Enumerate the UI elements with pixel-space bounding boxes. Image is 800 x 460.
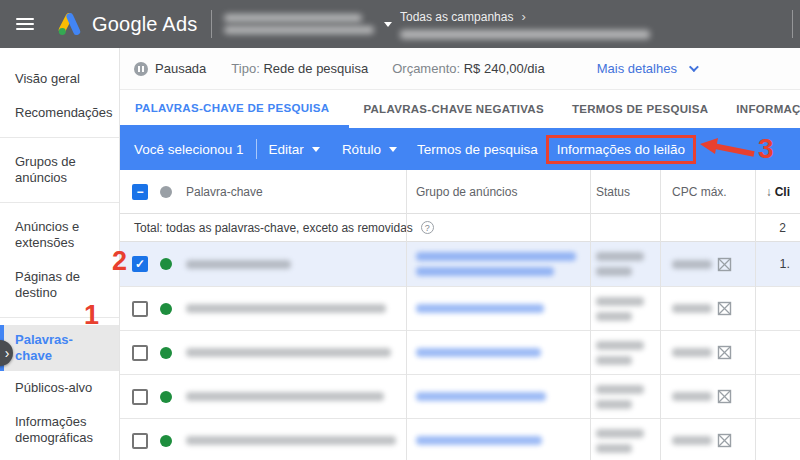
sidebar-item-landing-pages[interactable]: Páginas de destino: [0, 260, 119, 310]
chevron-down-icon: [389, 147, 397, 152]
row-clicks-value: 1.: [755, 257, 800, 271]
row-checkbox[interactable]: [132, 345, 148, 361]
tab-negative-keywords[interactable]: PALAVRAS-CHAVE NEGATIVAS: [349, 90, 558, 128]
menu-icon[interactable]: [16, 18, 34, 30]
topbar-divider: [211, 10, 212, 38]
campaign-status: Pausada: [155, 61, 206, 76]
edit-menu-button[interactable]: Editar: [269, 142, 320, 157]
column-header-ad-group[interactable]: Grupo de anúncios: [406, 185, 590, 199]
enabled-status-icon: [160, 435, 172, 447]
account-selector[interactable]: [224, 14, 392, 34]
cpc-status-icon: [717, 345, 732, 360]
redacted-ad-group-link[interactable]: [416, 304, 544, 313]
sidebar-divider: [0, 202, 119, 203]
sidebar-item-recommendations[interactable]: Recomendações: [0, 96, 119, 130]
chevron-right-icon: ›: [5, 345, 10, 361]
select-all-checkbox[interactable]: −: [132, 184, 148, 200]
redacted-cpc-value: [672, 304, 712, 313]
sidebar-divider: [0, 137, 119, 138]
table-header-row: − Palavra-chave Grupo de anúncios Status…: [120, 170, 800, 214]
actionbar-divider: [256, 139, 257, 159]
enabled-status-icon: [160, 258, 172, 270]
total-clicks-value: 2: [755, 221, 800, 235]
type-value: Rede de pesquisa: [263, 61, 368, 76]
redacted-ad-group-link[interactable]: [416, 348, 541, 357]
row-checkbox-checked[interactable]: ✓: [132, 256, 148, 272]
breadcrumb-all-campaigns[interactable]: Todas as campanhas: [400, 10, 513, 24]
chevron-down-icon: [689, 62, 699, 72]
table-row[interactable]: [120, 287, 800, 331]
selection-action-bar: Você selecionou 1 Editar Rótulo Termos d…: [120, 128, 800, 170]
keyword-tabs: PALAVRAS-CHAVE DE PESQUISA PALAVRAS-CHAV…: [120, 90, 800, 128]
redacted-ad-group-link[interactable]: [416, 252, 590, 276]
enabled-status-icon: [160, 303, 172, 315]
total-row-label: Total: todas as palavras-chave, exceto a…: [134, 221, 413, 235]
table-row[interactable]: [120, 419, 800, 460]
redacted-status: [596, 385, 660, 409]
sidebar-item-ad-groups[interactable]: Grupos de anúncios: [0, 145, 119, 195]
chevron-down-icon: [312, 147, 320, 152]
sidebar-item-ads-extensions[interactable]: Anúncios e extensões: [0, 210, 119, 260]
redacted-campaign-name: [400, 30, 650, 39]
column-header-status[interactable]: Status: [590, 185, 660, 199]
annotation-step-1: 1: [84, 300, 99, 331]
redacted-ad-group-link[interactable]: [416, 436, 542, 445]
redacted-keyword: [186, 260, 291, 269]
top-app-bar: Google Ads Todas as campanhas ›: [0, 0, 800, 48]
sidebar-item-overview[interactable]: Visão geral: [0, 62, 119, 96]
budget-value: R$ 240,00/dia: [464, 61, 545, 76]
cpc-status-icon: [717, 257, 732, 272]
row-checkbox[interactable]: [132, 433, 148, 449]
redacted-cpc-value: [672, 260, 712, 269]
sidebar-item-audiences[interactable]: Públicos-alvo: [0, 371, 119, 405]
annotation-arrow-icon: [700, 137, 756, 161]
chevron-right-icon: ›: [521, 9, 525, 24]
annotation-step-3: 3: [758, 133, 774, 165]
topbar-divider: [792, 10, 793, 38]
enabled-status-icon: [160, 391, 172, 403]
table-row[interactable]: [120, 375, 800, 419]
redacted-keyword: [186, 304, 386, 313]
column-header-clicks[interactable]: ↓Cli: [755, 185, 800, 199]
breadcrumb[interactable]: Todas as campanhas ›: [400, 9, 650, 39]
sidebar-item-keywords[interactable]: Palavras-chave: [0, 325, 119, 371]
redacted-status: [596, 341, 660, 365]
app-title: Google Ads: [92, 13, 197, 36]
auction-insights-button[interactable]: Informações do leilão: [546, 135, 696, 164]
redacted-status: [596, 252, 660, 276]
label-menu-button[interactable]: Rótulo: [342, 142, 397, 157]
redacted-account-name: [224, 14, 374, 34]
column-header-max-cpc[interactable]: CPC máx.: [660, 185, 755, 199]
status-dot-filter-icon[interactable]: [160, 186, 172, 198]
redacted-ad-group-link[interactable]: [416, 392, 546, 401]
help-icon[interactable]: ?: [421, 221, 434, 234]
table-row-selected[interactable]: ✓ 1.: [120, 242, 800, 287]
redacted-keyword: [186, 348, 391, 357]
cpc-status-icon: [717, 301, 732, 316]
google-ads-logo-icon: [56, 11, 83, 38]
row-checkbox[interactable]: [132, 389, 148, 405]
type-label: Tipo:: [231, 61, 259, 76]
table-total-row: Total: todas as palavras-chave, exceto a…: [120, 214, 800, 242]
annotation-step-2: 2: [112, 246, 127, 277]
row-checkbox[interactable]: [132, 301, 148, 317]
enabled-status-icon: [160, 347, 172, 359]
tab-search-terms[interactable]: TERMOS DE PESQUISA: [558, 90, 722, 128]
redacted-keyword: [186, 392, 384, 401]
redacted-status: [596, 297, 660, 321]
more-details-button[interactable]: Mais detalhes: [597, 61, 696, 76]
search-terms-button[interactable]: Termos de pesquisa: [417, 142, 538, 157]
column-header-keyword[interactable]: Palavra-chave: [184, 185, 406, 199]
tab-search-keywords[interactable]: PALAVRAS-CHAVE DE PESQUISA: [120, 90, 349, 128]
table-row[interactable]: [120, 331, 800, 375]
sort-descending-icon: ↓: [766, 185, 772, 199]
main-content: Pausada Tipo: Rede de pesquisa Orçamento…: [120, 48, 800, 460]
selection-count: Você selecionou 1: [134, 142, 244, 157]
cpc-status-icon: [717, 389, 732, 404]
paused-icon: [134, 62, 148, 76]
google-ads-logo[interactable]: Google Ads: [56, 11, 197, 38]
sidebar-divider: [0, 317, 119, 318]
tab-auction-insights[interactable]: INFORMAÇÕES DO LEILÃO: [722, 90, 800, 128]
chevron-down-icon: [384, 22, 392, 27]
sidebar-item-demographics[interactable]: Informações demográficas: [0, 405, 119, 455]
